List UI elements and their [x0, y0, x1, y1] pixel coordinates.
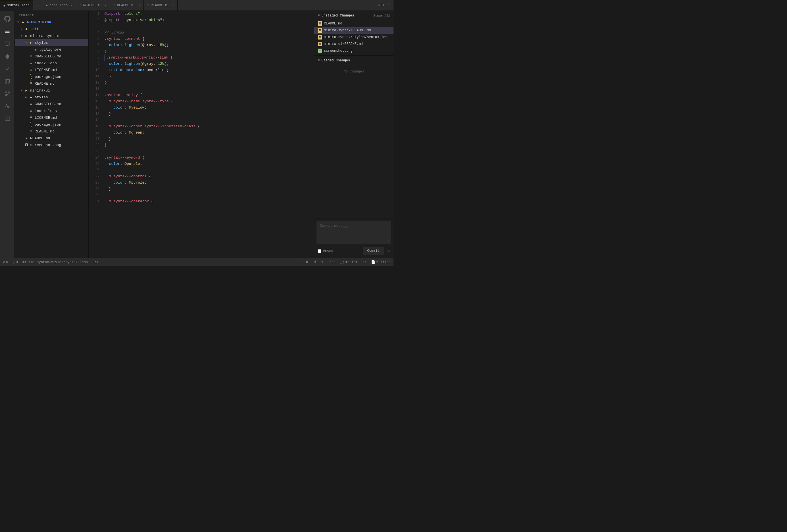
staged-icon: ≡ [318, 59, 320, 63]
tab-arrow[interactable]: ⇄ [33, 0, 42, 11]
tab-readme-3[interactable]: ≡ README.m… ✕ [144, 0, 177, 11]
tab-readme-2[interactable]: ≡ README.m… ✕ [110, 0, 144, 11]
charset[interactable]: UTF-8 [313, 260, 323, 264]
drop-icon[interactable] [2, 50, 13, 62]
gitignore-icon: ◈ [33, 47, 38, 52]
map-icon[interactable] [2, 76, 13, 87]
tree-item-changelog-ui[interactable]: ≡ CHANGELOG.md [15, 101, 88, 107]
indent-type[interactable]: N [306, 260, 308, 264]
root-arrow: ▼ [16, 21, 20, 24]
code-line-17: } [105, 111, 311, 117]
code-line-1: @import "colors"; [105, 11, 311, 17]
close-tab-base[interactable]: ✕ [71, 3, 73, 7]
editor-content: 12345 678910 1112131415 1617181920 21222… [89, 11, 314, 258]
tab-syntax-less[interactable]: ◈ syntax.less [0, 0, 33, 11]
git-tab[interactable]: GIT ⏎ [373, 0, 394, 11]
tree-item-license-ui[interactable]: ≡ LICENSE.md [15, 114, 88, 121]
file-path-status[interactable]: minima-syntax/styles/syntax.less [22, 260, 88, 264]
tree-item-package-syntax[interactable]: { } package.json [15, 73, 88, 80]
unstaged-icon: ≡ [318, 14, 320, 18]
tree-item-index-less-syntax[interactable]: ◈ index.less [15, 60, 88, 66]
screenshot-added-icon: + [318, 49, 322, 53]
git-branch[interactable]: ⎇ master [340, 260, 358, 264]
tree-item-readme-syntax[interactable]: ≡ README.md [15, 80, 88, 87]
tree-item-package-ui[interactable]: { } package.json [15, 121, 88, 128]
tab-readme-1[interactable]: ≡ README.m… ✕ [76, 0, 110, 11]
commit-message-input[interactable] [317, 221, 391, 244]
code-line-14: .syntax--entity { [105, 92, 311, 98]
tree-item-git[interactable]: ▶ ◆ .git [15, 26, 88, 33]
error-icon: ✕ [3, 260, 5, 264]
git-file-syntax-less-label: minima-syntax/styles/syntax.less [324, 35, 389, 39]
tree-root[interactable]: ▼ ▶ ATOM-MINIMA [15, 19, 88, 26]
git-file-screenshot[interactable]: + screenshot.png [314, 47, 394, 54]
git-file-minima-ui-readme[interactable]: M minima-ui/README.md [314, 41, 394, 47]
line-ending[interactable]: LF [297, 260, 301, 264]
minima-ui-readme-modified-icon: M [318, 42, 322, 46]
amend-checkbox-input[interactable] [318, 249, 321, 253]
branch-icon[interactable] [2, 88, 13, 100]
amend-checkbox[interactable]: Amend [318, 249, 333, 253]
code-line-3 [105, 23, 311, 29]
code-line-11: } [105, 73, 311, 80]
tree-item-license-syntax[interactable]: ≡ LICENSE.md [15, 66, 88, 73]
code-line-29: } [105, 186, 311, 192]
tree-item-minima-ui[interactable]: ▼ ▶ minima-ui [15, 87, 88, 94]
warning-count[interactable]: △ 0 [13, 260, 18, 264]
code-editor[interactable]: @import "colors"; @import "syntax-variab… [101, 11, 314, 258]
terminal-icon[interactable] [2, 113, 13, 125]
code-line-24: .syntax--keyword { [105, 155, 311, 161]
syntax-lang[interactable]: Less [327, 260, 336, 264]
md-file-icon-2: ≡ [113, 4, 115, 7]
sidebar: PROJECT ▼ ▶ ATOM-MINIMA ▶ ◆ .git ▼ ▶ min… [15, 11, 89, 258]
tree-item-readme-ui[interactable]: ≡ README.md [15, 128, 88, 135]
screen-icon[interactable] [2, 38, 13, 49]
github-icon[interactable] [2, 13, 13, 24]
git-file-syntax-less[interactable]: M minima-syntax/styles/syntax.less [314, 34, 394, 41]
tree-item-index-less-ui[interactable]: ◈ index.less [15, 107, 88, 114]
file-explorer-icon[interactable] [2, 26, 13, 37]
code-line-4: // Syntax [105, 29, 311, 36]
close-tab-readme2[interactable]: ✕ [139, 3, 140, 7]
code-line-7: } [105, 48, 311, 55]
tab-label: syntax.less [7, 3, 29, 7]
git-arrows[interactable]: ↓↑ [362, 260, 366, 264]
expand-commit-icon[interactable]: ⤢ [387, 239, 389, 243]
less-file-icon-2: ◈ [46, 3, 48, 7]
commit-area: ⤢ Amend Commit 72 [314, 218, 394, 258]
status-right: LF N UTF-8 Less ⎇ master ↓↑ 📄 5 files [297, 260, 391, 264]
pulse-icon[interactable] [2, 101, 13, 112]
changelog-ui-icon: ≡ [28, 102, 34, 106]
error-count[interactable]: ✕ 0 [3, 260, 8, 264]
git-folder-icon: ◆ [24, 27, 29, 31]
tree-item-minima-syntax[interactable]: ▼ ▶ minima-syntax [15, 33, 88, 39]
svg-rect-7 [5, 117, 10, 121]
tab-base-less[interactable]: ◈ base.less ✕ [42, 0, 76, 11]
tree-item-root-readme[interactable]: ≡ README.md [15, 135, 88, 142]
close-tab-readme3[interactable]: ✕ [172, 3, 174, 7]
status-bar: ✕ 0 △ 0 minima-syntax/styles/syntax.less… [0, 258, 394, 266]
git-file-readme[interactable]: M README.md [314, 20, 394, 27]
code-line-28: color: @purple; [105, 179, 311, 186]
cursor-position[interactable]: 8:1 [92, 260, 99, 264]
tab-label: README.m… [117, 3, 135, 7]
code-line-19: &.syntax--other.syntax--inherited-class … [105, 123, 311, 130]
git-file-minima-syntax-readme[interactable]: M minima-syntax/README.md [314, 27, 394, 34]
files-count[interactable]: 📄 5 files [371, 260, 391, 264]
tree-item-styles[interactable]: ▼ ▶ styles [15, 39, 88, 46]
code-line-22: } [105, 142, 311, 148]
git-file-minima-ui-readme-label: minima-ui/README.md [324, 42, 363, 46]
code-line-16: color: @yellow; [105, 105, 311, 111]
warning-icon: △ [13, 260, 15, 264]
activity-bar [0, 11, 15, 258]
stage-all-label: Stage All [373, 14, 390, 17]
stage-all-button[interactable]: ⬆ Stage All [370, 14, 390, 18]
tree-item-screenshot[interactable]: 🖼 screenshot.png [15, 142, 88, 148]
tree-item-styles-ui[interactable]: ▶ ▶ styles [15, 94, 88, 101]
tree-item-changelog-syntax[interactable]: ≡ CHANGELOG.md [15, 53, 88, 60]
commit-button[interactable]: Commit [363, 247, 384, 255]
tree-item-gitignore[interactable]: ◈ .gitignore [15, 46, 88, 53]
check-icon[interactable] [2, 63, 13, 75]
close-tab-readme1[interactable]: ✕ [105, 3, 107, 7]
md-file-icon-1: ≡ [80, 4, 82, 7]
